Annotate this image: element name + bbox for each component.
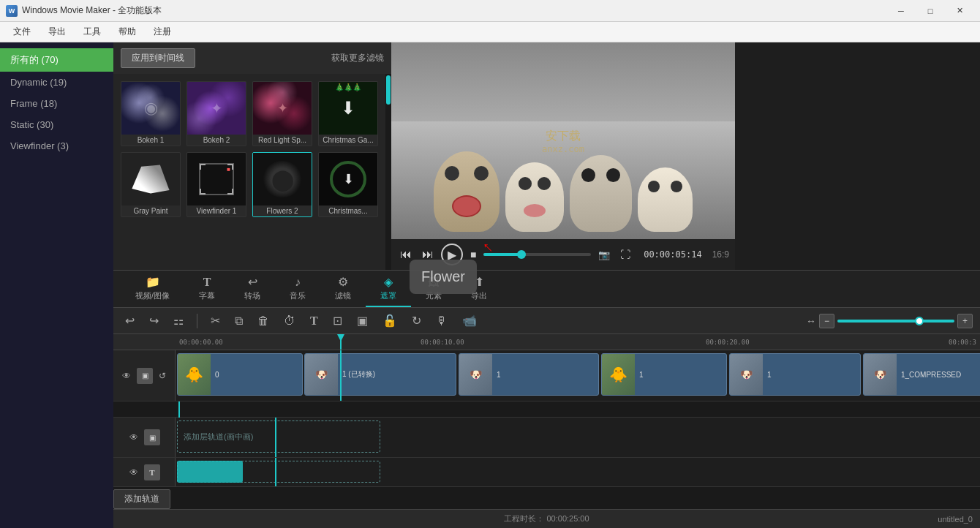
sidebar-item-frame[interactable]: Frame (18)	[0, 93, 113, 114]
timeline-tracks: 👁 ▣ ↺ 🐥 0	[113, 350, 980, 509]
main-layout: 所有的 (70) Dynamic (19) Frame (18) Static …	[0, 42, 980, 528]
clip-compressed[interactable]: 🐶 1_COMPRESSED	[863, 353, 980, 396]
zoom-out-icon: ↔	[806, 315, 816, 327]
effect-item-christmas1[interactable]: 🎄🎄🎄 ⬇ Christmas Ga...	[318, 81, 378, 146]
text-clip[interactable]	[177, 461, 243, 483]
music-icon: ♪	[295, 276, 301, 289]
undo-button[interactable]: ↩	[121, 311, 139, 331]
redo-button[interactable]: ↪	[145, 311, 163, 331]
duration-button[interactable]: ⏱	[279, 312, 300, 331]
zoom-plus-button[interactable]: +	[957, 314, 973, 328]
zoom-minus-button[interactable]: −	[819, 314, 834, 328]
video-image-icon: 📁	[146, 275, 160, 289]
lock-button[interactable]: 🔓	[378, 311, 402, 331]
clip-1-converted[interactable]: 🐶 1 (已转换)	[304, 353, 456, 396]
maximize-button[interactable]: □	[916, 0, 945, 22]
tab-transition[interactable]: ↩ 转场	[230, 271, 275, 307]
clip-0[interactable]: 🐥 0	[177, 353, 303, 396]
track-lock-button[interactable]: ↺	[157, 369, 167, 382]
menu-help[interactable]: 帮助	[111, 23, 143, 41]
clip-3-puppies[interactable]: 🐶 1	[729, 353, 861, 396]
clip-label-1-converted: 1 (已转换)	[338, 369, 380, 380]
tab-transition-label: 转场	[244, 290, 260, 301]
tab-subtitle[interactable]: T 字幕	[184, 271, 230, 307]
effect-item-christmas2[interactable]: ⬇ Christmas...	[318, 152, 378, 217]
close-button[interactable]: ✕	[945, 0, 974, 22]
text-visibility-button[interactable]: 👁	[128, 466, 140, 479]
snapshot-button[interactable]: 📷	[595, 248, 613, 262]
stop-button[interactable]: ■	[467, 247, 479, 262]
tab-element-label: 元素	[426, 290, 442, 301]
step-back-button[interactable]: ⏭	[419, 246, 437, 263]
text-track: 👁 T	[113, 458, 980, 487]
menu-tools[interactable]: 工具	[76, 23, 108, 41]
add-track-button[interactable]: 添加轨道	[113, 489, 170, 509]
tab-element[interactable]: 🖼 元素	[411, 271, 456, 307]
sidebar-item-viewfinder[interactable]: Viewfinder (3)	[0, 135, 113, 156]
cut-button[interactable]: ✂	[206, 311, 225, 331]
effect-item-viewfinder1[interactable]: ■ Viewfinder 1	[186, 152, 246, 217]
delete-button[interactable]: 🗑	[253, 312, 274, 331]
text-type-icon: T	[144, 464, 160, 480]
overlay-visibility-button[interactable]: 👁	[128, 431, 140, 444]
tab-video-image-label: 视频/图像	[135, 290, 170, 301]
puppy1	[434, 151, 500, 232]
scrollbar-thumb[interactable]	[386, 75, 391, 105]
text-playhead	[275, 458, 276, 486]
track-controls-text: 👁 T	[113, 458, 176, 486]
tab-export[interactable]: ⬆ 导出	[456, 271, 502, 307]
right-preview: 安下载 anxz.com ⏮ ⏭ ▶ ■	[391, 42, 735, 270]
clip-label-2-chick: 1	[635, 371, 648, 379]
effect-label-flowers2: Flowers 2	[253, 205, 312, 216]
minimize-button[interactable]: ─	[886, 0, 916, 22]
frame-button[interactable]: ▣	[353, 311, 372, 331]
tab-mask-label: 遮罩	[380, 290, 396, 301]
zoom-slider[interactable]	[837, 320, 954, 323]
effect-item-flowers2[interactable]: ⬤ Flowers 2	[252, 152, 312, 217]
tab-music[interactable]: ♪ 音乐	[275, 271, 320, 307]
spacer-playhead	[178, 401, 180, 418]
timeline-area: 00:00:00.00 00:00:10.00 00:00:20.00 00:0…	[113, 334, 980, 509]
overlay-playhead	[275, 418, 276, 457]
effect-item-graypaint[interactable]: Gray Paint	[121, 152, 181, 217]
apply-to-timeline-button[interactable]: 应用到时间线	[121, 48, 195, 68]
effect-label-redlight: Red Light Sp...	[253, 135, 312, 146]
text-button[interactable]: T	[306, 312, 323, 331]
sidebar-item-static[interactable]: Static (30)	[0, 114, 113, 135]
copy-button[interactable]: ⧉	[230, 312, 247, 331]
effect-thumb-flowers2: ⬤	[253, 153, 312, 205]
subtitle-icon: T	[203, 276, 211, 289]
crop-button[interactable]: ⊡	[328, 311, 347, 331]
tab-video-image[interactable]: 📁 视频/图像	[121, 271, 184, 307]
scrollbar[interactable]	[385, 74, 391, 270]
app-icon: W	[6, 5, 18, 17]
effect-item-bokeh2[interactable]: ✦ Bokeh 2	[186, 81, 246, 146]
progress-bar[interactable]	[483, 253, 591, 256]
tab-filter[interactable]: ⚙ 滤镜	[320, 271, 366, 307]
clip-1[interactable]: 🐶 1	[459, 353, 599, 396]
sidebar-item-all[interactable]: 所有的 (70)	[0, 48, 113, 72]
ruler-mark-10: 00:00:10.00	[421, 339, 464, 346]
menu-export[interactable]: 导出	[41, 23, 73, 41]
clip-2-chick[interactable]: 🐥 1	[601, 353, 727, 396]
menu-register[interactable]: 注册	[146, 23, 178, 41]
prev-frame-button[interactable]: ⏮	[397, 246, 415, 263]
play-button[interactable]: ▶	[441, 244, 463, 265]
filter-icon: ⚙	[338, 275, 348, 289]
get-more-filters-link[interactable]: 获取更多滤镜	[331, 52, 384, 64]
tab-mask[interactable]: ◈ 遮罩	[366, 271, 411, 307]
adjust-button[interactable]: ⚏	[169, 311, 188, 331]
mic-button[interactable]: 🎙	[431, 312, 452, 331]
camera-button[interactable]: 📹	[458, 311, 481, 331]
menu-file[interactable]: 文件	[6, 23, 38, 41]
fullscreen-button[interactable]: ⛶	[617, 247, 633, 262]
clip-thumb-compressed: 🐶	[864, 354, 897, 395]
rotate-button[interactable]: ↻	[407, 311, 426, 331]
transition-icon: ↩	[248, 275, 257, 289]
effect-item-bokeh1[interactable]: ◉ Bokeh 1	[121, 81, 181, 146]
effect-item-redlight[interactable]: ✦ Red Light Sp...	[252, 81, 312, 146]
track-visibility-button[interactable]: 👁	[121, 369, 132, 382]
effect-thumb-redlight: ✦	[253, 82, 312, 135]
project-name: untitled_0	[938, 515, 973, 524]
sidebar-item-dynamic[interactable]: Dynamic (19)	[0, 72, 113, 93]
